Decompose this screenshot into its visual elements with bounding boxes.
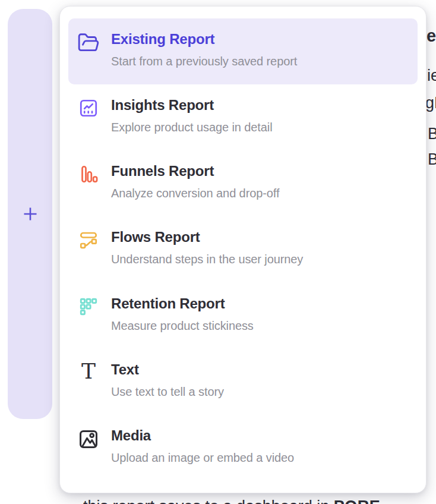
menu-item-insights-report[interactable]: Insights Report Explore product usage in… (68, 84, 418, 150)
menu-item-title: Funnels Report (111, 162, 279, 180)
menu-item-title: Media (111, 427, 294, 445)
background-text-fragment: this report saves to a dashboard in PORE (83, 497, 380, 504)
menu-item-subtitle: Upload an image or embed a video (111, 450, 294, 465)
menu-item-text: Existing Report Start from a previously … (111, 30, 297, 69)
background-text-fragment: gB (425, 94, 436, 112)
plus-icon (21, 204, 40, 223)
menu-item-text-block[interactable]: T Text Use text to tell a story (68, 349, 418, 415)
text-icon: T (77, 362, 100, 388)
menu-item-subtitle: Use text to tell a story (111, 384, 224, 399)
menu-item-text: Funnels Report Analyze conversion and dr… (111, 162, 279, 201)
media-image-icon (77, 428, 100, 454)
menu-item-subtitle: Understand steps in the user journey (111, 251, 303, 267)
menu-item-media[interactable]: Media Upload an image or embed a video (68, 415, 418, 481)
menu-item-text: Media Upload an image or embed a video (111, 427, 294, 465)
background-text-fragment: B (428, 125, 436, 143)
menu-item-title: Text (111, 361, 224, 379)
menu-item-title: Flows Report (111, 228, 303, 246)
menu-item-text: Text Use text to tell a story (111, 361, 224, 399)
menu-item-title: Retention Report (111, 295, 254, 313)
menu-item-text: Flows Report Understand steps in the use… (111, 228, 303, 267)
retention-grid-icon (77, 296, 100, 322)
folder-open-icon (77, 32, 100, 58)
background-text-fragment: ie (427, 67, 436, 85)
add-content-menu: Existing Report Start from a previously … (59, 6, 426, 493)
menu-item-existing-report[interactable]: Existing Report Start from a previously … (68, 18, 418, 84)
insights-chart-icon (77, 97, 100, 124)
menu-item-flows-report[interactable]: Flows Report Understand steps in the use… (68, 216, 418, 282)
menu-item-title: Existing Report (111, 30, 297, 48)
add-button[interactable] (17, 201, 43, 227)
menu-item-text: Insights Report Explore product usage in… (111, 96, 273, 135)
menu-item-retention-report[interactable]: Retention Report Measure product stickin… (68, 283, 418, 349)
menu-item-funnels-report[interactable]: Funnels Report Analyze conversion and dr… (68, 150, 418, 216)
flows-icon (77, 229, 100, 256)
menu-item-subtitle: Explore product usage in detail (111, 119, 273, 135)
menu-item-subtitle: Start from a previously saved report (111, 53, 297, 69)
funnel-bars-icon (77, 163, 100, 190)
menu-item-title: Insights Report (111, 96, 273, 114)
background-text-fragment: B (428, 150, 436, 169)
background-text-fragment: ex (426, 26, 436, 46)
menu-item-text: Retention Report Measure product stickin… (111, 295, 254, 333)
add-rail (8, 9, 52, 419)
menu-item-subtitle: Measure product stickiness (111, 318, 254, 333)
menu-item-subtitle: Analyze conversion and drop-off (111, 185, 279, 201)
